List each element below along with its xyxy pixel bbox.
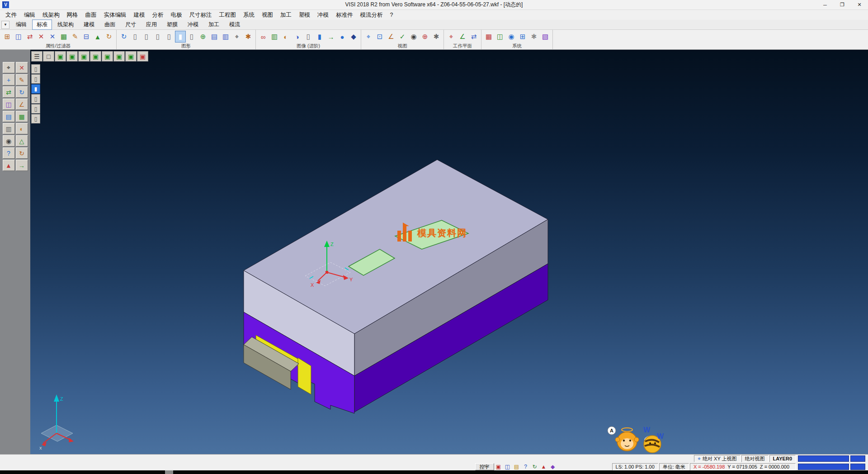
back-view-icon[interactable]: ▣ xyxy=(113,51,125,62)
menu-item[interactable]: 标准件 xyxy=(332,10,357,19)
cylinder-active-icon[interactable]: ▮ xyxy=(175,31,186,43)
front-view-icon[interactable]: ▣ xyxy=(78,51,90,62)
globe-icon[interactable]: ◉ xyxy=(506,31,517,43)
export-icon[interactable]: → xyxy=(16,160,28,171)
print-icon[interactable]: ◫ xyxy=(13,31,24,43)
tab-application[interactable]: 应用 xyxy=(142,19,161,30)
tab-standard[interactable]: 标准 xyxy=(32,19,52,30)
viewbar-menu-icon[interactable]: ☰ xyxy=(31,51,42,62)
status-folder-icon[interactable]: ▤ xyxy=(513,463,521,470)
drop-cylinder-icon[interactable]: ● xyxy=(337,31,348,43)
shade-half-icon[interactable]: ◐ xyxy=(16,123,28,134)
table-icon[interactable]: ⊞ xyxy=(517,31,528,43)
tab-machining[interactable]: 加工 xyxy=(204,19,224,30)
menu-item[interactable]: 文件 xyxy=(2,10,20,19)
menu-item[interactable]: 塑模 xyxy=(295,10,314,19)
tab-surface[interactable]: 曲面 xyxy=(100,19,120,30)
cylinder-add-icon[interactable]: ⊕ xyxy=(198,31,208,43)
layer-slot-1-icon[interactable]: ▯ xyxy=(31,64,40,74)
ruler-icon[interactable]: ∠ xyxy=(386,31,396,43)
measure-icon[interactable]: ∠ xyxy=(16,99,28,110)
swap-filter-icon[interactable]: ⇄ xyxy=(24,31,35,43)
cylinder-5-icon[interactable]: ▯ xyxy=(186,31,197,43)
database-icon[interactable]: ▥ xyxy=(3,123,15,134)
menu-item[interactable]: 编辑 xyxy=(20,10,39,19)
cylinder-1-icon[interactable]: ▯ xyxy=(130,31,141,43)
rotate-icon[interactable]: ↻ xyxy=(16,86,28,98)
stereo-glasses-icon[interactable]: ∞ xyxy=(258,31,269,43)
zoom-extents-icon[interactable]: ⌖ xyxy=(363,31,374,43)
monitor-icon[interactable]: ◫ xyxy=(495,31,505,43)
triangle-icon[interactable]: △ xyxy=(16,135,28,147)
layer-slot-6-icon[interactable]: ▯ xyxy=(31,114,40,123)
menu-item[interactable]: 加工 xyxy=(277,10,295,19)
redo-icon[interactable]: ↻ xyxy=(16,147,28,159)
view-mode-segment[interactable]: ⌖ 绝对 XY 上视图 xyxy=(694,455,740,462)
grid-filter-icon[interactable]: ▦ xyxy=(58,31,69,43)
target-icon[interactable]: ⊕ xyxy=(420,31,430,43)
cylinder-4-icon[interactable]: ▯ xyxy=(164,31,175,43)
maximize-button[interactable]: ❐ xyxy=(834,0,851,9)
refresh-graphics-icon[interactable]: ↻ xyxy=(118,31,129,43)
status-refresh-icon[interactable]: ↻ xyxy=(531,463,539,470)
tab-mould[interactable]: 塑膜 xyxy=(162,19,182,30)
pencil-icon[interactable]: ✎ xyxy=(70,31,80,43)
select-icon[interactable]: ⌖ xyxy=(3,62,15,73)
sketch-icon[interactable]: ✎ xyxy=(16,74,28,85)
layers-icon[interactable]: ▧ xyxy=(540,31,551,43)
left-view-icon[interactable]: ▣ xyxy=(102,51,113,62)
top-view-icon[interactable]: ▣ xyxy=(66,51,78,62)
add-icon[interactable]: + xyxy=(3,74,15,85)
status-help-icon[interactable]: ? xyxy=(522,463,530,470)
dynamic-view-icon[interactable]: ▣ xyxy=(137,51,148,62)
menu-item[interactable]: 工程图 xyxy=(216,10,240,19)
palette-icon[interactable]: ◐ xyxy=(280,31,291,43)
bottom-view-icon[interactable]: ▣ xyxy=(125,51,137,62)
sheet-icon[interactable]: ▤ xyxy=(3,111,15,122)
menu-item[interactable]: ? xyxy=(387,10,397,19)
verify-icon[interactable]: ✓ xyxy=(397,31,408,43)
cylinder-list-icon[interactable]: ▤ xyxy=(209,31,220,43)
zoom-window-icon[interactable]: ⊡ xyxy=(374,31,385,43)
tab-flow[interactable]: 模流 xyxy=(225,19,245,30)
eye-icon[interactable]: ◉ xyxy=(408,31,419,43)
tab-dimension[interactable]: 尺寸 xyxy=(121,19,141,30)
menu-item[interactable]: 冲模 xyxy=(314,10,332,19)
lock-toggle-button[interactable]: 控宇 xyxy=(475,463,494,470)
status-screen-icon[interactable]: ◫ xyxy=(504,463,512,470)
viewport-canvas[interactable]: Z Y X Z x xyxy=(30,50,868,454)
absolute-view-segment[interactable]: 绝对视图 xyxy=(741,455,769,462)
cut-red-icon[interactable]: ✕ xyxy=(36,31,47,43)
workplane-axis-icon[interactable]: ⌖ xyxy=(446,31,457,43)
right-view-icon[interactable]: ▣ xyxy=(90,51,101,62)
status-flag-icon[interactable]: ▲ xyxy=(540,463,548,470)
layer-slot-2-icon[interactable]: ▯ xyxy=(31,74,40,84)
flag-icon[interactable]: ▲ xyxy=(3,160,15,171)
viewbar-window-icon[interactable]: □ xyxy=(43,51,54,62)
grid-icon[interactable]: ▦ xyxy=(16,111,28,122)
workplane-align-icon[interactable]: ⇄ xyxy=(468,31,479,43)
tab-wireframe[interactable]: 线架构 xyxy=(53,19,78,30)
menu-item[interactable]: 系统 xyxy=(240,10,258,19)
delete-icon[interactable]: ✕ xyxy=(16,62,28,73)
marker-icon[interactable]: ▲ xyxy=(92,31,103,43)
menu-item[interactable]: 分析 xyxy=(149,10,167,19)
tab-die[interactable]: 冲模 xyxy=(183,19,203,30)
workplane-edit-icon[interactable]: ∠ xyxy=(457,31,468,43)
menu-item[interactable]: 尺寸标注 xyxy=(186,10,216,19)
menu-item[interactable]: 线架构 xyxy=(39,10,63,19)
close-button[interactable]: ✕ xyxy=(851,0,868,9)
small-cylinder-icon[interactable]: ▯ xyxy=(303,31,314,43)
layer-slot-4-icon[interactable]: ▯ xyxy=(31,94,40,104)
tab-dropdown-icon[interactable]: ▼ xyxy=(1,21,9,29)
status-cube-icon[interactable]: ◆ xyxy=(549,463,557,470)
reset-icon[interactable]: ↻ xyxy=(104,31,114,43)
layer-segment[interactable]: LAYER0 xyxy=(769,455,796,462)
duplicate-icon[interactable]: ⊟ xyxy=(81,31,92,43)
tab-modeling[interactable]: 建模 xyxy=(79,19,99,30)
query-icon[interactable]: ? xyxy=(3,147,15,159)
properties-icon[interactable]: ⊞ xyxy=(2,31,13,43)
graphics-search-icon[interactable]: ⌖ xyxy=(231,31,242,43)
menu-item[interactable]: 电极 xyxy=(167,10,186,19)
cylinder-3-icon[interactable]: ▯ xyxy=(152,31,163,43)
